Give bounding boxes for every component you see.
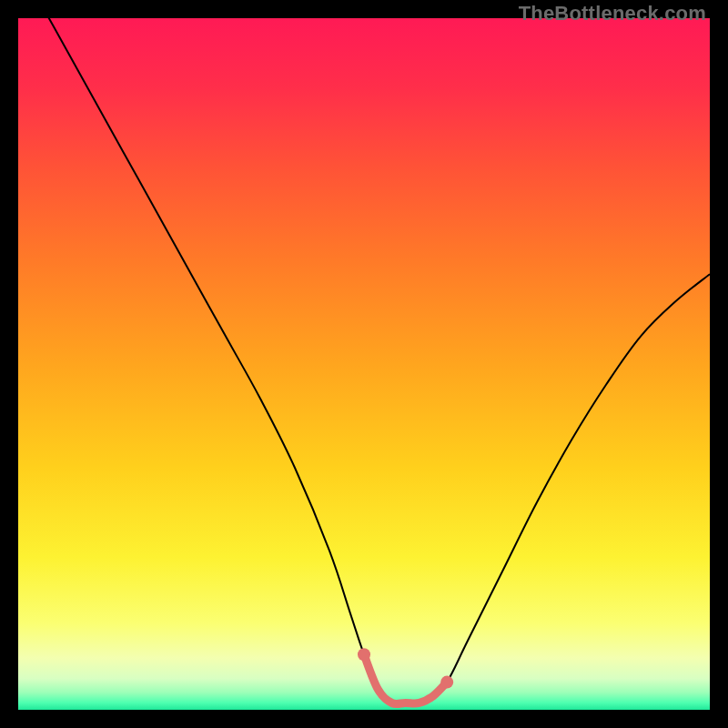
bottleneck-chart xyxy=(18,18,710,710)
chart-plot-area xyxy=(18,18,710,710)
optimum-marker xyxy=(358,648,370,661)
watermark-text: TheBottleneck.com xyxy=(519,2,706,25)
gradient-background xyxy=(18,18,710,710)
optimum-marker xyxy=(440,676,453,689)
chart-frame: TheBottleneck.com xyxy=(0,0,728,728)
